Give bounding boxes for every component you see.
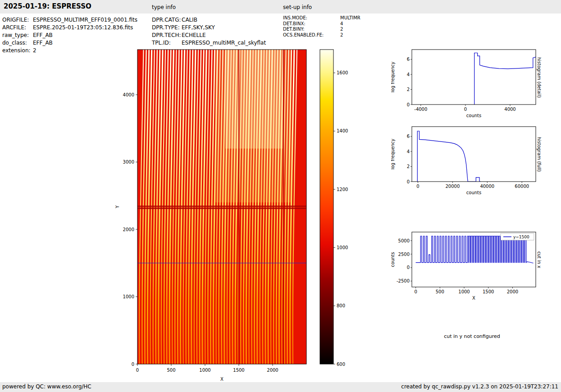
field-value: ESPRESSO_multiMR_cal_skyflat: [182, 40, 266, 46]
type-info-row: TPL.ID:ESPRESSO_multiMR_cal_skyflat: [152, 39, 266, 47]
qc-report-page: 2025-01-19: ESPRESSO type info set-up in…: [0, 0, 561, 392]
field-label: OCS.ENABLED.FE:: [283, 32, 340, 38]
svg-text:counts: counts: [466, 190, 481, 195]
svg-text:4: 4: [407, 149, 410, 154]
svg-text:Y: Y: [115, 205, 120, 209]
field-value: 2: [340, 27, 343, 32]
svg-text:6: 6: [407, 134, 410, 139]
svg-text:-4000: -4000: [414, 107, 427, 112]
field-value: CALIB: [182, 17, 197, 23]
svg-text:600: 600: [337, 362, 345, 367]
header-bar: 2025-01-19: ESPRESSO type info set-up in…: [0, 0, 561, 14]
type-info-row: DPR.TYPE:EFF,SKY,SKY: [152, 24, 266, 32]
svg-text:40000: 40000: [480, 184, 494, 189]
field-label: extension:: [2, 47, 33, 55]
svg-text:4000: 4000: [123, 92, 134, 97]
field-value: 2: [33, 47, 36, 54]
field-label: DPR.TYPE:: [152, 24, 182, 32]
svg-text:0: 0: [414, 289, 417, 294]
file-info-row: do_class:EFF_AB: [2, 39, 137, 47]
field-label: ORIGFILE:: [2, 16, 33, 24]
svg-text:1200: 1200: [337, 187, 348, 192]
field-value: EFF_AB: [33, 32, 53, 38]
field-value: 2: [340, 32, 343, 37]
field-label: TPL.ID:: [152, 39, 182, 47]
svg-text:1500: 1500: [483, 289, 494, 294]
field-label: raw_type:: [2, 32, 33, 39]
svg-text:0: 0: [407, 265, 410, 270]
svg-text:2500: 2500: [398, 252, 410, 257]
field-value: ECHELLE: [182, 32, 206, 38]
histogram-detail-chart: 0246-400004000countslog frequency: [391, 46, 547, 120]
setup-info-row: OCS.ENABLED.FE:2: [283, 32, 360, 38]
svg-text:6: 6: [407, 57, 410, 62]
page-title: 2025-01-19: ESPRESSO: [4, 2, 91, 10]
svg-text:800: 800: [337, 303, 345, 308]
field-label: DET.BINX:: [283, 21, 340, 27]
svg-text:500: 500: [167, 368, 175, 373]
svg-text:500: 500: [436, 289, 444, 294]
cut-in-y-message: cut in y not configured: [394, 333, 550, 339]
field-value: MULTIMR: [340, 15, 360, 20]
svg-text:4: 4: [407, 72, 410, 77]
histogram-detail-side-label: histogram (detail): [537, 50, 542, 105]
type-info-row: DPR.TECH:ECHELLE: [152, 32, 266, 39]
footer-right-text: created by qc_rawdisp.py v1.2.3 on 2025-…: [401, 383, 558, 390]
field-label: DPR.TECH:: [152, 32, 182, 39]
svg-text:0: 0: [407, 179, 410, 184]
svg-text:y=1500: y=1500: [513, 235, 529, 239]
svg-text:2000: 2000: [267, 368, 278, 373]
file-info-row: ARCFILE:ESPRE.2025-01-19T23:05:12.836.fi…: [2, 24, 137, 32]
svg-text:4000: 4000: [504, 107, 515, 112]
svg-text:log frequency: log frequency: [391, 62, 395, 93]
svg-text:-2500: -2500: [397, 278, 410, 283]
setup-info-row: DET.BINX:4: [283, 21, 360, 27]
field-value: ESPRE.2025-01-19T23:05:12.836.fits: [33, 24, 133, 31]
svg-text:1000: 1000: [123, 294, 134, 299]
svg-text:1600: 1600: [337, 70, 348, 75]
footer-left-text: powered by QC: www.eso.org/HC: [2, 383, 91, 390]
field-value: EFF_AB: [33, 40, 53, 46]
svg-text:0: 0: [416, 184, 419, 189]
cut-in-x-side-label: cut in x: [537, 232, 542, 288]
hist_full-svg: 02460200004000060000countslog frequency: [391, 123, 547, 197]
svg-text:5000: 5000: [398, 238, 410, 243]
histogram-full-chart: 02460200004000060000countslog frequency: [391, 123, 547, 197]
svg-text:X: X: [220, 377, 223, 382]
svg-text:60000: 60000: [515, 184, 529, 189]
field-label: DET.BINY:: [283, 27, 340, 32]
footer-bar: powered by QC: www.eso.org/HC created by…: [0, 382, 561, 392]
svg-text:1000: 1000: [199, 368, 210, 373]
cut_x-svg: -25000250050000500100015002000Xcountsy=1…: [391, 228, 547, 303]
svg-text:2: 2: [407, 164, 410, 169]
svg-text:log frequency: log frequency: [391, 139, 395, 170]
svg-text:0: 0: [136, 368, 139, 373]
type-info-heading: type info: [152, 4, 176, 10]
hist_full-series-line: [417, 131, 480, 182]
field-value: EFF,SKY,SKY: [182, 24, 215, 31]
field-label: INS.MODE:: [283, 15, 340, 21]
svg-text:2: 2: [407, 87, 410, 92]
svg-text:1000: 1000: [337, 245, 348, 250]
raw-image-chart: 050010001500200001000200030004000XY60080…: [113, 47, 354, 383]
svg-text:X: X: [472, 296, 475, 301]
hist_detail-series-line: [474, 53, 536, 105]
field-value: 4: [340, 21, 343, 26]
histogram-full-side-label: histogram (full): [537, 127, 542, 182]
cut-in-x-chart: -25000250050000500100015002000Xcountsy=1…: [391, 228, 547, 303]
svg-text:0: 0: [132, 362, 134, 367]
svg-text:2000: 2000: [507, 289, 518, 294]
type-info-row: DPR.CATG:CALIB: [152, 16, 266, 24]
svg-text:20000: 20000: [445, 184, 460, 189]
setup-info-block: INS.MODE:MULTIMR DET.BINX:4 DET.BINY:2 O…: [283, 15, 360, 38]
field-value: ESPRESSO_MULTIMR_EFF019_0001.fits: [33, 17, 137, 23]
type-info-block: DPR.CATG:CALIB DPR.TYPE:EFF,SKY,SKY DPR.…: [152, 16, 266, 47]
setup-info-row: DET.BINY:2: [283, 27, 360, 32]
svg-text:counts: counts: [391, 252, 395, 267]
file-info-row: raw_type:EFF_AB: [2, 32, 137, 39]
hist_detail-svg: 0246-400004000countslog frequency: [391, 46, 547, 120]
field-label: do_class:: [2, 39, 33, 47]
svg-text:1000: 1000: [458, 289, 470, 294]
file-info-row: ORIGFILE:ESPRESSO_MULTIMR_EFF019_0001.fi…: [2, 16, 137, 24]
colorbar: [320, 50, 333, 364]
